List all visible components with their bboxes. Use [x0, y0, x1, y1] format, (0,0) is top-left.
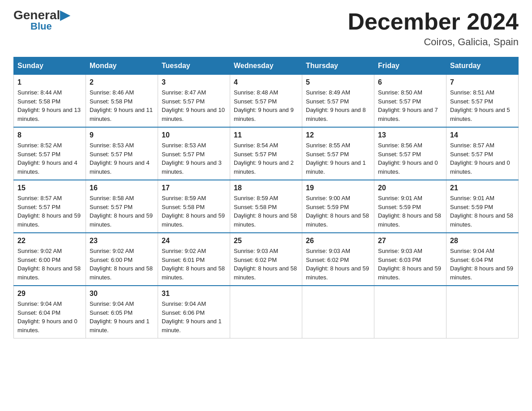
calendar-cell: 30 Sunrise: 9:04 AMSunset: 6:05 PMDaylig…: [86, 286, 158, 338]
calendar-cell: 8 Sunrise: 8:52 AMSunset: 5:57 PMDayligh…: [14, 127, 86, 180]
day-info: Sunrise: 9:04 AMSunset: 6:04 PMDaylight:…: [450, 248, 513, 281]
day-number: 7: [450, 78, 515, 86]
calendar-cell: 1 Sunrise: 8:44 AMSunset: 5:58 PMDayligh…: [14, 75, 86, 128]
calendar-cell: [302, 286, 374, 338]
day-number: 8: [17, 131, 82, 139]
calendar-cell: 13 Sunrise: 8:56 AMSunset: 5:57 PMDaylig…: [374, 127, 446, 180]
page-header: General▶ Blue December 2024 Coiros, Gali…: [13, 9, 519, 48]
calendar-week-row: 15 Sunrise: 8:57 AMSunset: 5:57 PMDaylig…: [14, 180, 519, 233]
calendar-cell: 6 Sunrise: 8:50 AMSunset: 5:57 PMDayligh…: [374, 75, 446, 128]
day-number: 22: [17, 237, 82, 245]
calendar-cell: 26 Sunrise: 9:03 AMSunset: 6:02 PMDaylig…: [302, 233, 374, 286]
day-info: Sunrise: 8:58 AMSunset: 5:57 PMDaylight:…: [90, 195, 153, 228]
day-info: Sunrise: 9:01 AMSunset: 5:59 PMDaylight:…: [450, 195, 513, 228]
day-number: 9: [90, 131, 154, 139]
day-info: Sunrise: 9:04 AMSunset: 6:04 PMDaylight:…: [17, 300, 77, 334]
day-number: 23: [90, 237, 154, 245]
calendar-cell: 3 Sunrise: 8:47 AMSunset: 5:57 PMDayligh…: [158, 75, 230, 128]
day-info: Sunrise: 8:59 AMSunset: 5:58 PMDaylight:…: [162, 195, 225, 228]
day-info: Sunrise: 9:03 AMSunset: 6:02 PMDaylight:…: [306, 248, 369, 281]
day-info: Sunrise: 9:04 AMSunset: 6:06 PMDaylight:…: [162, 300, 222, 334]
day-number: 19: [306, 184, 370, 192]
day-number: 26: [306, 237, 370, 245]
calendar-week-row: 22 Sunrise: 9:02 AMSunset: 6:00 PMDaylig…: [14, 233, 519, 286]
day-info: Sunrise: 9:02 AMSunset: 6:01 PMDaylight:…: [162, 248, 225, 281]
location-text: Coiros, Galicia, Spain: [348, 36, 519, 48]
day-number: 2: [90, 78, 154, 86]
calendar-cell: 25 Sunrise: 9:03 AMSunset: 6:02 PMDaylig…: [230, 233, 302, 286]
day-number: 25: [234, 237, 298, 245]
day-info: Sunrise: 9:04 AMSunset: 6:05 PMDaylight:…: [90, 300, 150, 334]
logo-blue-text: Blue: [30, 21, 52, 31]
day-number: 21: [450, 184, 515, 192]
calendar-cell: 7 Sunrise: 8:51 AMSunset: 5:57 PMDayligh…: [446, 75, 519, 128]
calendar-cell: 12 Sunrise: 8:55 AMSunset: 5:57 PMDaylig…: [302, 127, 374, 180]
day-number: 24: [162, 237, 226, 245]
day-number: 13: [378, 131, 442, 139]
day-number: 17: [162, 184, 226, 192]
calendar-header-row: SundayMondayTuesdayWednesdayThursdayFrid…: [14, 57, 519, 75]
day-number: 5: [306, 78, 370, 86]
header-friday: Friday: [374, 57, 446, 75]
calendar-cell: 4 Sunrise: 8:48 AMSunset: 5:57 PMDayligh…: [230, 75, 302, 128]
day-info: Sunrise: 8:57 AMSunset: 5:57 PMDaylight:…: [17, 195, 81, 228]
calendar-cell: 21 Sunrise: 9:01 AMSunset: 5:59 PMDaylig…: [446, 180, 519, 233]
calendar-cell: 9 Sunrise: 8:53 AMSunset: 5:57 PMDayligh…: [86, 127, 158, 180]
day-info: Sunrise: 8:55 AMSunset: 5:57 PMDaylight:…: [306, 142, 366, 175]
day-number: 4: [234, 78, 298, 86]
day-number: 29: [17, 290, 82, 298]
header-saturday: Saturday: [446, 57, 519, 75]
calendar-cell: 14 Sunrise: 8:57 AMSunset: 5:57 PMDaylig…: [446, 127, 519, 180]
day-number: 16: [90, 184, 154, 192]
day-number: 3: [162, 78, 226, 86]
calendar-cell: 31 Sunrise: 9:04 AMSunset: 6:06 PMDaylig…: [158, 286, 230, 338]
calendar-cell: [230, 286, 302, 338]
day-info: Sunrise: 8:54 AMSunset: 5:57 PMDaylight:…: [234, 142, 294, 175]
day-number: 27: [378, 237, 442, 245]
day-info: Sunrise: 9:03 AMSunset: 6:03 PMDaylight:…: [378, 248, 441, 281]
header-thursday: Thursday: [302, 57, 374, 75]
header-wednesday: Wednesday: [230, 57, 302, 75]
day-info: Sunrise: 8:53 AMSunset: 5:57 PMDaylight:…: [90, 142, 150, 175]
calendar-cell: 29 Sunrise: 9:04 AMSunset: 6:04 PMDaylig…: [14, 286, 86, 338]
day-info: Sunrise: 9:01 AMSunset: 5:59 PMDaylight:…: [378, 195, 441, 228]
day-info: Sunrise: 8:56 AMSunset: 5:57 PMDaylight:…: [378, 142, 438, 175]
calendar-cell: 20 Sunrise: 9:01 AMSunset: 5:59 PMDaylig…: [374, 180, 446, 233]
day-number: 31: [162, 290, 226, 298]
calendar-cell: 10 Sunrise: 8:53 AMSunset: 5:57 PMDaylig…: [158, 127, 230, 180]
calendar-cell: 27 Sunrise: 9:03 AMSunset: 6:03 PMDaylig…: [374, 233, 446, 286]
day-info: Sunrise: 8:49 AMSunset: 5:57 PMDaylight:…: [306, 89, 366, 122]
day-number: 10: [162, 131, 226, 139]
calendar-cell: 24 Sunrise: 9:02 AMSunset: 6:01 PMDaylig…: [158, 233, 230, 286]
day-number: 15: [17, 184, 82, 192]
day-info: Sunrise: 8:46 AMSunset: 5:58 PMDaylight:…: [90, 89, 153, 122]
day-number: 28: [450, 237, 515, 245]
day-info: Sunrise: 9:02 AMSunset: 6:00 PMDaylight:…: [17, 248, 81, 281]
calendar-week-row: 29 Sunrise: 9:04 AMSunset: 6:04 PMDaylig…: [14, 286, 519, 338]
day-info: Sunrise: 8:57 AMSunset: 5:57 PMDaylight:…: [450, 142, 510, 175]
calendar-cell: 22 Sunrise: 9:02 AMSunset: 6:00 PMDaylig…: [14, 233, 86, 286]
day-info: Sunrise: 8:53 AMSunset: 5:57 PMDaylight:…: [162, 142, 222, 175]
header-monday: Monday: [86, 57, 158, 75]
calendar-cell: 19 Sunrise: 9:00 AMSunset: 5:59 PMDaylig…: [302, 180, 374, 233]
calendar-cell: 16 Sunrise: 8:58 AMSunset: 5:57 PMDaylig…: [86, 180, 158, 233]
logo: General▶ Blue: [13, 9, 70, 31]
calendar-cell: 5 Sunrise: 8:49 AMSunset: 5:57 PMDayligh…: [302, 75, 374, 128]
day-number: 30: [90, 290, 154, 298]
day-info: Sunrise: 9:03 AMSunset: 6:02 PMDaylight:…: [234, 248, 297, 281]
day-number: 20: [378, 184, 442, 192]
calendar-cell: 11 Sunrise: 8:54 AMSunset: 5:57 PMDaylig…: [230, 127, 302, 180]
day-number: 1: [17, 78, 82, 86]
day-info: Sunrise: 8:44 AMSunset: 5:58 PMDaylight:…: [17, 89, 81, 122]
day-number: 12: [306, 131, 370, 139]
calendar-cell: [374, 286, 446, 338]
day-number: 11: [234, 131, 298, 139]
day-info: Sunrise: 8:48 AMSunset: 5:57 PMDaylight:…: [234, 89, 294, 122]
day-number: 14: [450, 131, 515, 139]
calendar-cell: 17 Sunrise: 8:59 AMSunset: 5:58 PMDaylig…: [158, 180, 230, 233]
logo-general-text: General▶: [13, 9, 70, 21]
day-number: 18: [234, 184, 298, 192]
header-tuesday: Tuesday: [158, 57, 230, 75]
month-title: December 2024: [348, 9, 519, 34]
calendar-week-row: 8 Sunrise: 8:52 AMSunset: 5:57 PMDayligh…: [14, 127, 519, 180]
